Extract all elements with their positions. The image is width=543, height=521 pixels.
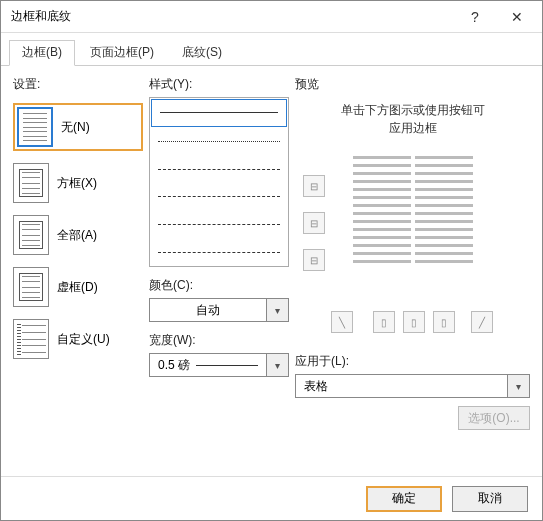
help-button[interactable]: ?	[454, 3, 496, 31]
width-label: 宽度(W):	[149, 332, 289, 349]
apply-group: 应用于(L): 表格 ▾ 选项(O)...	[295, 353, 530, 430]
style-option-dash-dot[interactable]	[150, 211, 288, 239]
preview-label: 预览	[295, 76, 530, 93]
setting-grid[interactable]: 虚框(D)	[13, 267, 143, 307]
apply-select[interactable]: 表格 ▾	[295, 374, 530, 398]
dialog-window: 边框和底纹 ? ✕ 边框(B) 页面边框(P) 底纹(S) 设置: 无(N) 方…	[0, 0, 543, 521]
tab-page-borders[interactable]: 页面边框(P)	[77, 40, 167, 66]
apply-value: 表格	[295, 374, 508, 398]
setting-none[interactable]: 无(N)	[13, 103, 143, 151]
width-select[interactable]: 0.5 磅 ▾	[149, 353, 289, 377]
color-select[interactable]: 自动 ▾	[149, 298, 289, 322]
border-right-button[interactable]: ▯	[433, 311, 455, 333]
options-button: 选项(O)...	[458, 406, 530, 430]
style-list[interactable]	[149, 97, 289, 267]
dialog-footer: 确定 取消	[1, 476, 542, 520]
dialog-body: 设置: 无(N) 方框(X) 全部(A)	[1, 66, 542, 476]
border-diag-up-button[interactable]: ╱	[471, 311, 493, 333]
preview-table-icon[interactable]	[353, 153, 473, 263]
tab-borders[interactable]: 边框(B)	[9, 40, 75, 66]
setting-custom-label: 自定义(U)	[57, 331, 110, 348]
preview-column: 预览 单击下方图示或使用按钮可 应用边框 ⊟ ⊟ ⊟ ╲ ▯ ▯ ▯ ╱ 应用于…	[295, 76, 530, 468]
style-option-long-dash[interactable]	[150, 238, 288, 266]
preview-hint: 单击下方图示或使用按钮可 应用边框	[295, 97, 530, 141]
settings-label: 设置:	[13, 76, 143, 93]
tab-strip: 边框(B) 页面边框(P) 底纹(S)	[1, 33, 542, 66]
chevron-down-icon[interactable]: ▾	[508, 374, 530, 398]
border-diag-down-button[interactable]: ╲	[331, 311, 353, 333]
ok-button[interactable]: 确定	[366, 486, 442, 512]
window-title: 边框和底纹	[11, 8, 454, 25]
setting-all[interactable]: 全部(A)	[13, 215, 143, 255]
custom-icon	[13, 319, 49, 359]
width-group: 宽度(W): 0.5 磅 ▾	[149, 332, 289, 377]
apply-label: 应用于(L):	[295, 353, 530, 370]
all-icon	[13, 215, 49, 255]
border-bottom-button[interactable]: ⊟	[303, 249, 325, 271]
color-label: 颜色(C):	[149, 277, 289, 294]
preview-box: 单击下方图示或使用按钮可 应用边框 ⊟ ⊟ ⊟ ╲ ▯ ▯ ▯ ╱	[295, 97, 530, 347]
setting-all-label: 全部(A)	[57, 227, 97, 244]
setting-grid-label: 虚框(D)	[57, 279, 98, 296]
border-inside-h-button[interactable]: ⊟	[303, 212, 325, 234]
chevron-down-icon[interactable]: ▾	[267, 353, 289, 377]
color-group: 颜色(C): 自动 ▾	[149, 277, 289, 322]
setting-none-label: 无(N)	[61, 119, 90, 136]
tab-shading[interactable]: 底纹(S)	[169, 40, 235, 66]
border-top-button[interactable]: ⊟	[303, 175, 325, 197]
chevron-down-icon[interactable]: ▾	[267, 298, 289, 322]
titlebar: 边框和底纹 ? ✕	[1, 1, 542, 33]
style-option-dashed[interactable]	[150, 183, 288, 211]
close-button[interactable]: ✕	[496, 3, 538, 31]
setting-box-label: 方框(X)	[57, 175, 97, 192]
style-column: 样式(Y): 颜色(C): 自动 ▾ 宽度(W):	[149, 76, 289, 468]
none-icon	[17, 107, 53, 147]
color-value: 自动	[149, 298, 267, 322]
cancel-button[interactable]: 取消	[452, 486, 528, 512]
style-label: 样式(Y):	[149, 76, 289, 93]
style-option-dotted[interactable]	[150, 128, 288, 156]
box-icon	[13, 163, 49, 203]
grid-icon	[13, 267, 49, 307]
style-option-solid[interactable]	[151, 99, 287, 127]
setting-box[interactable]: 方框(X)	[13, 163, 143, 203]
border-left-button[interactable]: ▯	[373, 311, 395, 333]
border-inside-v-button[interactable]: ▯	[403, 311, 425, 333]
style-option-dashed-fine[interactable]	[150, 155, 288, 183]
width-value-box: 0.5 磅	[149, 353, 267, 377]
width-sample-line	[196, 365, 258, 366]
setting-custom[interactable]: 自定义(U)	[13, 319, 143, 359]
settings-column: 设置: 无(N) 方框(X) 全部(A)	[13, 76, 143, 468]
width-value: 0.5 磅	[158, 357, 190, 374]
